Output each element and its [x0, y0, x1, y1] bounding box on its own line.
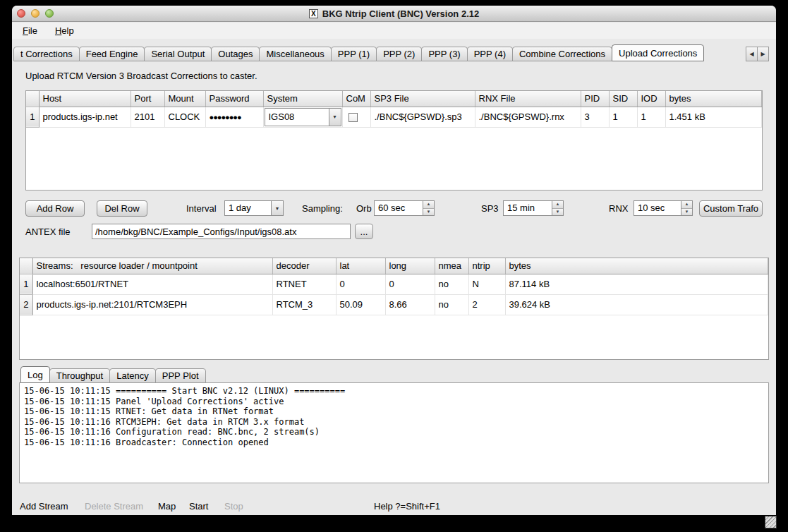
streams-corner-cell: [20, 258, 32, 274]
decoder-cell[interactable]: RTNET: [272, 274, 336, 294]
tab-ppp-3[interactable]: PPP (3): [421, 47, 467, 61]
interval-combobox[interactable]: 1 day ▼: [224, 200, 284, 216]
chevron-down-icon[interactable]: ▼: [271, 201, 283, 215]
nmea-cell[interactable]: no: [435, 274, 468, 294]
host-cell[interactable]: products.igs-ip.net: [39, 107, 131, 127]
spin-up-icon[interactable]: ▲: [681, 201, 692, 209]
com-checkbox[interactable]: [348, 113, 358, 122]
mountpoint-cell[interactable]: localhost:6501/RTNET: [32, 274, 272, 294]
system-combobox-value: IGS08: [265, 109, 329, 126]
map-action[interactable]: Map: [158, 500, 176, 514]
menu-file[interactable]: File: [19, 25, 41, 37]
spin-buttons: ▲ ▼: [681, 201, 692, 215]
interval-label: Interval: [186, 200, 217, 217]
spin-down-icon[interactable]: ▼: [423, 209, 434, 216]
log-tab-bar: Log Throughput Latency PPP Plot: [20, 368, 205, 383]
rnx-sampling-spinbox[interactable]: 10 sec ▲ ▼: [634, 200, 693, 216]
mount-cell[interactable]: CLOCK: [164, 107, 205, 127]
tab-ppp-4[interactable]: PPP (4): [467, 47, 513, 61]
tab-log[interactable]: Log: [20, 366, 50, 383]
sp3-file-cell[interactable]: ./BNC${GPSWD}.sp3: [370, 107, 475, 127]
iod-cell[interactable]: 1: [637, 107, 665, 127]
window-title: BKG Ntrip Client (BNC) Version 2.12: [322, 8, 479, 19]
col-header-port: Port: [131, 91, 164, 107]
chevron-down-icon[interactable]: ▼: [329, 109, 341, 126]
log-line: 15-06-15 10:11:16 Configuration read: BN…: [24, 427, 764, 437]
ntrip-cell[interactable]: N: [468, 274, 505, 294]
tab-scroll-right-icon[interactable]: ▶: [757, 47, 769, 61]
log-line: 15-06-15 10:11:15 ========== Start BNC v…: [24, 386, 764, 397]
del-row-button[interactable]: Del Row: [97, 200, 147, 217]
tab-ppp-plot[interactable]: PPP Plot: [155, 368, 206, 383]
mountpoint-cell[interactable]: products.igs-ip.net:2101/RTCM3EPH: [32, 294, 272, 315]
tab-feed-engine[interactable]: Feed Engine: [79, 47, 145, 61]
menu-help[interactable]: Help: [51, 25, 78, 37]
tab-throughput[interactable]: Throughput: [49, 368, 111, 383]
stream-row[interactable]: 1 localhost:6501/RTNET RTNET 0 0 no N 87…: [20, 274, 768, 294]
title-wrap: X BKG Ntrip Client (BNC) Version 2.12: [12, 6, 776, 22]
stream-row[interactable]: 2 products.igs-ip.net:2101/RTCM3EPH RTCM…: [20, 294, 768, 315]
orb-sampling-spinbox[interactable]: 60 sec ▲ ▼: [374, 200, 435, 216]
col-header-long: long: [385, 258, 435, 274]
decoder-cell[interactable]: RTCM_3: [272, 294, 336, 315]
log-output[interactable]: 15-06-15 10:11:15 ========== Start BNC v…: [19, 382, 769, 483]
ntrip-cell[interactable]: 2: [468, 294, 505, 315]
title-bar[interactable]: X BKG Ntrip Client (BNC) Version 2.12: [12, 6, 776, 22]
antex-file-label: ANTEX file: [25, 224, 71, 240]
spin-down-icon[interactable]: ▼: [681, 209, 692, 216]
rnx-file-cell[interactable]: ./BNC${GPSWD}.rnx: [475, 107, 581, 127]
long-cell[interactable]: 8.66: [385, 294, 435, 315]
col-header-sid: SID: [609, 91, 637, 107]
add-row-button[interactable]: Add Row: [25, 200, 85, 217]
pid-cell[interactable]: 3: [581, 107, 609, 127]
tab-latency[interactable]: Latency: [109, 368, 156, 383]
log-line: 15-06-15 10:11:15 Panel 'Upload Correcti…: [24, 397, 764, 407]
row-number[interactable]: 1: [26, 107, 39, 127]
tab-miscellaneous[interactable]: Miscellaneous: [259, 47, 331, 61]
custom-trafo-button[interactable]: Custom Trafo: [699, 200, 763, 217]
antex-file-input[interactable]: [92, 224, 351, 239]
col-header-system: System: [263, 91, 342, 107]
sp3-sampling-spinbox[interactable]: 15 min ▲ ▼: [503, 200, 564, 216]
sid-cell[interactable]: 1: [609, 107, 637, 127]
port-cell[interactable]: 2101: [131, 107, 164, 127]
antex-row: ANTEX file ...: [12, 224, 776, 241]
sampling-label: Sampling:: [302, 200, 343, 217]
stop-action[interactable]: Stop: [224, 500, 243, 514]
col-header-nmea: nmea: [435, 258, 468, 274]
start-action[interactable]: Start: [189, 500, 208, 514]
add-stream-action[interactable]: Add Stream: [20, 500, 68, 514]
tab-combine-corrections[interactable]: Combine Corrections: [512, 47, 612, 61]
orb-label: Orb: [356, 200, 372, 217]
spin-down-icon[interactable]: ▼: [552, 209, 563, 216]
row-number[interactable]: 2: [20, 294, 32, 315]
delete-stream-action[interactable]: Delete Stream: [85, 500, 143, 514]
bytes-cell: 1.451 kB: [665, 107, 762, 127]
col-header-bytes: bytes: [665, 91, 762, 107]
tab-scroll-left-icon[interactable]: ◀: [746, 47, 758, 61]
tab-broadcast-corrections[interactable]: t Corrections: [13, 47, 80, 61]
bytes-cell: 87.114 kB: [505, 274, 768, 294]
tab-serial-output[interactable]: Serial Output: [144, 47, 212, 61]
log-line: 15-06-15 10:11:16 Broadcaster: Connectio…: [24, 437, 764, 448]
password-cell[interactable]: ●●●●●●●●: [205, 107, 263, 127]
tab-ppp-1[interactable]: PPP (1): [331, 47, 377, 61]
lat-cell[interactable]: 0: [336, 274, 385, 294]
col-header-sp3-file: SP3 File: [370, 91, 475, 107]
spin-up-icon[interactable]: ▲: [423, 201, 434, 209]
long-cell[interactable]: 0: [385, 274, 435, 294]
lat-cell[interactable]: 50.09: [336, 294, 385, 315]
system-combobox[interactable]: IGS08 ▼: [265, 108, 341, 126]
orb-sampling-value: 60 sec: [375, 201, 423, 215]
tab-upload-corrections[interactable]: Upload Corrections: [612, 44, 704, 61]
col-header-mount: Mount: [164, 91, 205, 107]
tab-outages[interactable]: Outages: [211, 47, 260, 61]
col-header-bytes: bytes: [505, 258, 768, 274]
tab-ppp-2[interactable]: PPP (2): [376, 47, 422, 61]
row-number[interactable]: 1: [20, 274, 32, 294]
nmea-cell[interactable]: no: [435, 294, 468, 315]
spin-up-icon[interactable]: ▲: [552, 201, 563, 209]
resize-grip[interactable]: [765, 516, 777, 528]
col-header-decoder: decoder: [272, 258, 336, 274]
antex-browse-button[interactable]: ...: [355, 224, 373, 239]
